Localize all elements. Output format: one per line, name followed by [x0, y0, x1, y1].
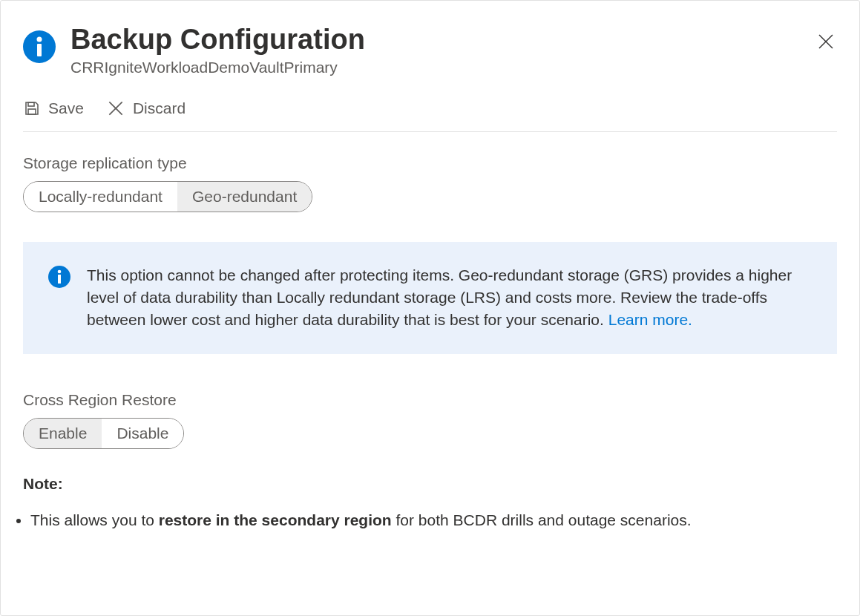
discard-button[interactable]: Discard: [106, 99, 186, 118]
storage-replication-toggle: Locally-redundant Geo-redundant: [23, 181, 312, 212]
close-icon: [817, 33, 835, 50]
info-filled-icon: [23, 30, 56, 63]
note-list: This allows you to restore in the second…: [1, 493, 859, 531]
enable-option[interactable]: Enable: [24, 419, 102, 448]
page-title: Backup Configuration: [70, 23, 815, 57]
header-text-block: Backup Configuration CRRIgniteWorkloadDe…: [70, 23, 815, 76]
note-label: Note:: [23, 475, 837, 493]
svg-point-11: [58, 269, 62, 273]
note-item: This allows you to restore in the second…: [30, 509, 859, 531]
close-button[interactable]: [815, 30, 837, 53]
save-label: Save: [48, 99, 84, 117]
learn-more-link[interactable]: Learn more.: [608, 311, 692, 328]
header: Backup Configuration CRRIgniteWorkloadDe…: [1, 1, 859, 76]
storage-replication-label: Storage replication type: [23, 154, 837, 172]
locally-redundant-option[interactable]: Locally-redundant: [24, 182, 177, 212]
disable-option[interactable]: Disable: [102, 419, 183, 448]
svg-point-2: [37, 37, 42, 42]
note-section: Note:: [1, 449, 859, 493]
geo-redundant-option[interactable]: Geo-redundant: [177, 182, 312, 212]
info-icon: [48, 266, 70, 288]
save-icon: [23, 99, 41, 117]
discard-label: Discard: [133, 99, 186, 117]
info-banner: This option cannot be changed after prot…: [23, 242, 837, 354]
note-item-suffix: for both BCDR drills and outage scenario…: [392, 511, 692, 528]
note-item-prefix: This allows you to: [30, 511, 159, 528]
svg-rect-1: [37, 44, 42, 56]
info-banner-text: This option cannot be changed after prot…: [87, 264, 812, 332]
cross-region-label: Cross Region Restore: [23, 391, 837, 409]
cross-region-toggle: Enable Disable: [23, 418, 184, 449]
cross-region-section: Cross Region Restore Enable Disable: [1, 354, 859, 449]
discard-icon: [106, 99, 125, 118]
storage-replication-section: Storage replication type Locally-redunda…: [1, 132, 859, 212]
svg-rect-10: [58, 275, 61, 284]
toolbar: Save Discard: [1, 76, 859, 131]
note-item-bold: restore in the secondary region: [159, 511, 392, 528]
save-button[interactable]: Save: [23, 99, 84, 117]
vault-name: CRRIgniteWorkloadDemoVaultPrimary: [70, 59, 815, 76]
svg-rect-5: [28, 102, 34, 106]
svg-rect-6: [28, 109, 36, 114]
